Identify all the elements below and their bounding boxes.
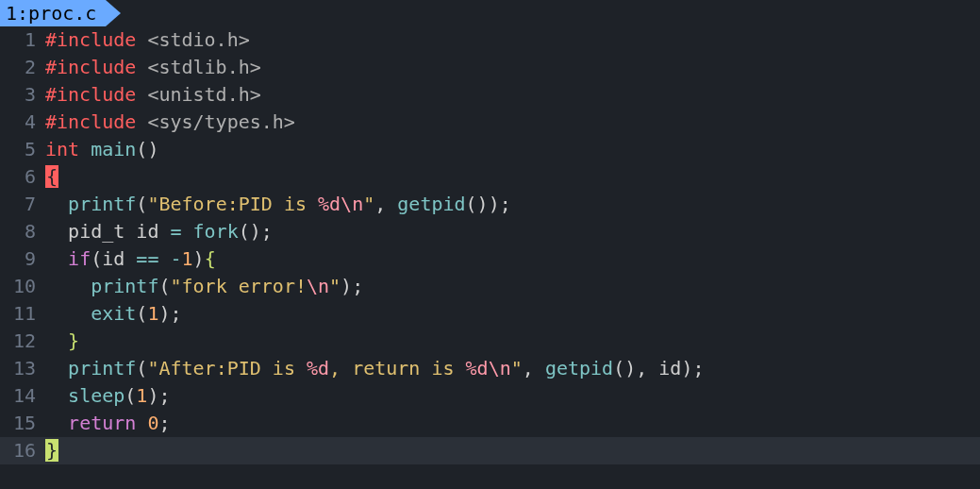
code-line: 1 #include <stdio.h> [0, 26, 980, 54]
code-line: 5 int main() [0, 136, 980, 163]
editor[interactable]: 1 #include <stdio.h> 2 #include <stdlib.… [0, 26, 980, 464]
code-line: 7 printf("Before:PID is %d\n", getpid())… [0, 191, 980, 218]
line-number: 10 [0, 273, 45, 300]
line-number: 9 [0, 245, 45, 273]
brace-open-highlight: { [45, 165, 58, 188]
code-line: 2 #include <stdlib.h> [0, 54, 980, 81]
line-number: 8 [0, 218, 45, 245]
line-number: 7 [0, 191, 45, 218]
line-number: 14 [0, 382, 45, 410]
line-number: 11 [0, 300, 45, 328]
brace-close-cursor: } [45, 439, 58, 462]
line-number: 6 [0, 163, 45, 191]
code-line: 4 #include <sys/types.h> [0, 109, 980, 136]
code-line: 3 #include <unistd.h> [0, 81, 980, 109]
line-number: 4 [0, 109, 45, 136]
line-number: 3 [0, 81, 45, 109]
code-line: 14 sleep(1); [0, 382, 980, 410]
code-line: 9 if(id == -1){ [0, 245, 980, 273]
code-line-current: 16 } [0, 437, 980, 464]
line-number: 16 [0, 437, 45, 464]
line-number: 1 [0, 26, 45, 54]
line-number: 2 [0, 54, 45, 81]
line-number: 13 [0, 355, 45, 382]
tab-bar: 1: proc.c [0, 0, 980, 26]
tab-filename: proc.c [28, 0, 96, 27]
line-number: 5 [0, 136, 45, 163]
code-line: 8 pid_t id = fork(); [0, 218, 980, 245]
line-number: 15 [0, 410, 45, 437]
code-line: 12 } [0, 328, 980, 355]
code-line: 11 exit(1); [0, 300, 980, 328]
code-line: 13 printf("After:PID is %d, return is %d… [0, 355, 980, 382]
code-line: 15 return 0; [0, 410, 980, 437]
code-line: 6 { [0, 163, 980, 191]
tab-proc-c[interactable]: 1: proc.c [0, 0, 106, 26]
code-line: 10 printf("fork error!\n"); [0, 273, 980, 300]
line-number: 12 [0, 328, 45, 355]
tab-index: 1 [6, 0, 17, 27]
